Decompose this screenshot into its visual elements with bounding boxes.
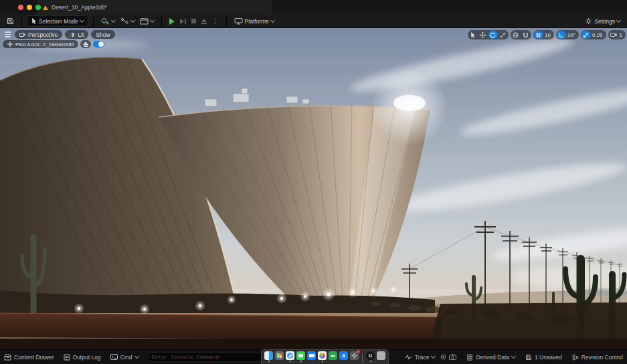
finder-icon[interactable] <box>264 351 273 360</box>
revision-control-button[interactable]: Revision Control <box>572 354 623 361</box>
grid-snap-value[interactable]: 10 <box>544 32 553 38</box>
dock-divider <box>362 353 363 363</box>
rotate-icon <box>490 32 496 38</box>
lit-sphere-icon <box>70 32 75 37</box>
show-dropdown[interactable]: Show <box>91 30 114 39</box>
lit-label: Lit <box>78 31 84 38</box>
select-tool-button[interactable] <box>468 31 478 39</box>
camera-speed-group: 1 <box>608 30 626 39</box>
camera-speed-value[interactable]: 1 <box>619 32 625 38</box>
surface-snapping-button[interactable] <box>521 31 531 39</box>
perspective-label: Perspective <box>28 31 58 38</box>
scale-snap-button[interactable] <box>581 31 591 39</box>
world-space-button[interactable] <box>511 31 521 39</box>
platforms-label: Platforms <box>245 18 269 25</box>
chevron-down-icon <box>111 18 116 23</box>
close-button[interactable] <box>18 5 23 10</box>
eject-button[interactable] <box>199 16 209 26</box>
grid-snap-button[interactable] <box>534 31 543 39</box>
platforms-dropdown[interactable]: Platforms <box>232 16 277 26</box>
cursor-icon <box>31 18 37 24</box>
unreal-engine-icon[interactable]: U <box>366 351 375 360</box>
scale-snap-group: 0.25 <box>581 30 606 39</box>
stop-piloting-button[interactable] <box>80 40 91 48</box>
save-icon <box>7 17 14 25</box>
stop-button[interactable] <box>189 16 199 26</box>
lit-dropdown[interactable]: Lit <box>65 30 88 39</box>
scale-tool-button[interactable] <box>499 31 508 39</box>
record-icon <box>440 354 446 360</box>
platforms-icon <box>234 17 243 25</box>
derived-data-button[interactable]: Derived Data <box>466 354 515 361</box>
rotation-snap-value[interactable]: 10° <box>567 32 578 38</box>
output-log-icon <box>64 354 70 361</box>
divider <box>21 17 22 26</box>
insights-status-button[interactable] <box>440 354 446 360</box>
show-label: Show <box>96 31 110 38</box>
clapperboard-icon <box>140 17 149 25</box>
pilot-actor-bar: Pilot Actor: C_DesertStill <box>3 40 104 48</box>
chevron-down-icon <box>616 18 621 23</box>
chevron-down-icon <box>135 354 139 359</box>
frame-skip-icon <box>180 19 186 24</box>
unsaved-button[interactable]: 1 Unsaved <box>525 354 562 361</box>
system-settings-icon[interactable] <box>350 351 359 360</box>
content-drawer-icon <box>4 354 11 361</box>
coordinate-group <box>511 30 531 39</box>
play-options-button[interactable]: ⋮ <box>209 16 221 26</box>
rotation-snap-button[interactable] <box>557 31 566 39</box>
mail-icon[interactable] <box>307 351 316 360</box>
blueprints-button[interactable] <box>118 16 137 26</box>
numbers-icon[interactable] <box>329 351 337 360</box>
status-bar-right: Trace Derived Data <box>395 354 623 361</box>
camera-speed-button[interactable] <box>609 31 618 39</box>
console-icon <box>110 354 118 360</box>
launchpad-icon[interactable] <box>275 351 284 360</box>
content-drawer-button[interactable]: Content Drawer <box>4 354 54 361</box>
viewport-toolbar-left: Perspective Lit Show <box>3 30 115 39</box>
photos-icon[interactable] <box>318 351 327 360</box>
select-arrow-icon <box>470 32 476 38</box>
viewport[interactable]: Perspective Lit Show Pilot Actor: C_Dese… <box>0 28 627 349</box>
zoom-button[interactable] <box>35 5 41 10</box>
safari-icon[interactable] <box>286 351 294 360</box>
trace-button[interactable]: Trace <box>405 354 435 361</box>
foreground-strip <box>0 339 627 349</box>
output-log-button[interactable]: Output Log <box>64 354 101 361</box>
perspective-dropdown[interactable]: Perspective <box>15 30 62 39</box>
move-tool-button[interactable] <box>478 31 488 39</box>
minimize-button[interactable] <box>27 5 32 10</box>
screenshot-camera-icon <box>449 354 456 360</box>
viewport-toolbar-right: 10 10° 0.25 1 <box>468 30 626 39</box>
grid-icon <box>535 32 541 38</box>
play-icon <box>169 18 175 25</box>
scale-snap-value[interactable]: 0.25 <box>592 32 606 38</box>
main-toolbar: Selection Mode <box>0 15 627 28</box>
macos-dock: A U <box>261 349 389 364</box>
save-button[interactable] <box>4 16 17 26</box>
viewport-scene <box>0 28 627 349</box>
app-store-icon[interactable]: A <box>339 351 348 360</box>
selection-mode-dropdown[interactable]: Selection Mode <box>27 15 88 27</box>
chevron-down-icon <box>150 18 155 23</box>
warning-icon <box>43 5 48 10</box>
rotate-tool-button[interactable] <box>488 31 498 39</box>
settings-label: Settings <box>594 18 615 25</box>
level-tab[interactable]: Desert_10_AppleStill* <box>37 0 272 15</box>
trash-icon[interactable] <box>377 351 385 360</box>
screenshot-button[interactable] <box>449 354 456 360</box>
grid-snap-group: 10 <box>533 30 554 39</box>
stop-icon <box>191 19 196 23</box>
frame-skip-button[interactable] <box>177 16 189 26</box>
add-actor-button[interactable] <box>98 16 118 26</box>
pilot-actor-label-pill: Pilot Actor: C_DesertStill <box>3 40 78 48</box>
blueprints-icon <box>120 17 129 25</box>
scale-snap-icon <box>583 32 589 38</box>
cinematics-button[interactable] <box>137 16 157 26</box>
settings-dropdown[interactable]: Settings <box>582 16 623 26</box>
messages-icon[interactable] <box>296 351 305 360</box>
cmd-dropdown[interactable]: Cmd <box>110 354 139 361</box>
play-button[interactable] <box>167 16 177 26</box>
pilot-toggle[interactable] <box>93 41 104 48</box>
viewport-menu-icon[interactable] <box>3 30 12 39</box>
